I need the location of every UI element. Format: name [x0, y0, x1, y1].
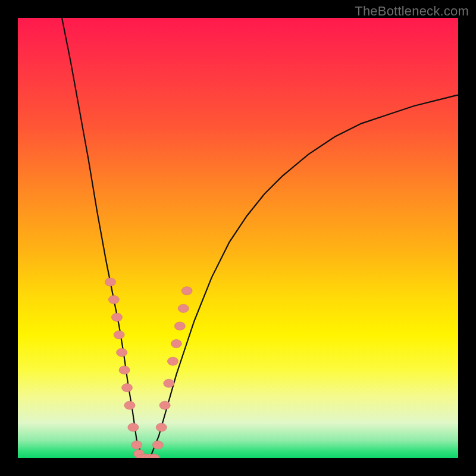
dot-0 [105, 278, 115, 286]
dot-7 [124, 401, 135, 409]
chart-frame: TheBottleneck.com [0, 0, 476, 476]
dot-1 [108, 296, 119, 304]
dot-9 [131, 441, 142, 449]
dot-16 [156, 423, 167, 431]
dot-22 [178, 304, 189, 312]
dot-18 [164, 379, 174, 387]
curves-svg [18, 18, 458, 458]
dot-21 [174, 322, 185, 330]
dot-4 [117, 348, 127, 356]
dot-23 [181, 287, 192, 295]
dot-5 [119, 366, 130, 374]
dot-17 [159, 401, 170, 409]
watermark-text: TheBottleneck.com [355, 4, 469, 19]
dot-3 [114, 331, 124, 339]
dot-8 [128, 423, 139, 431]
curve-left_curve [62, 18, 150, 458]
dot-20 [171, 340, 181, 348]
dot-19 [167, 357, 178, 365]
dot-6 [122, 384, 133, 392]
plot-area [18, 18, 458, 458]
curve-paths [62, 18, 458, 458]
dot-15 [152, 441, 163, 449]
curve-right_curve [150, 95, 458, 459]
dot-2 [112, 313, 123, 321]
